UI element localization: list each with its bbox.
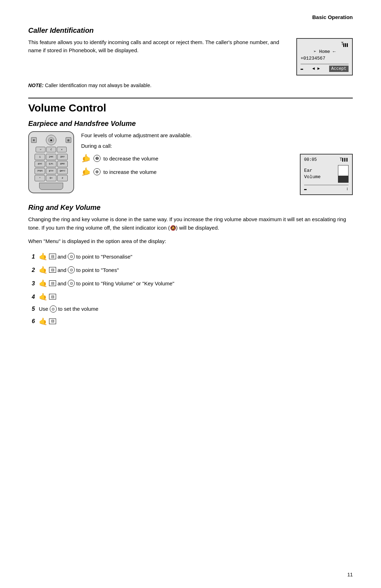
decrease-volume-row: 🤙 ⊖ to decrease the volume [81,154,293,163]
note-label: NOTE: [28,83,44,88]
menu-btn-2: ⊟ [49,267,56,273]
hand-icon-decrease: 🤙 [81,154,91,163]
device-icon-right: ▤ [66,137,71,143]
volume-screen-label: Ear Volume [304,168,321,180]
earpiece-right-content: Four levels of volume adjustment are ava… [81,131,353,195]
volume-control-title: Volume Control [28,98,353,114]
increase-text: to increase the volume [103,169,157,175]
step-6: 6 🤙 ⊟ [32,315,353,327]
volume-instructions-row: 🤙 ⊖ to decrease the volume 🤙 ⊕ to increa… [81,154,353,195]
device-icon-left: ⊞ [31,137,37,143]
ring-key-body2: When "Menu" is displayed in the option a… [28,237,353,245]
hand-icon-2: 🤙 [39,264,48,276]
ring-key-title: Ring and Key Volume [28,204,353,212]
hand-icon-increase: 🤙 [81,167,91,176]
caller-id-content: This feature allows you to identify inco… [28,38,353,75]
screen-number: +01234567 [301,56,349,61]
nav-circle-3: ⊙ [68,280,75,287]
menu-btn-1: ⊟ [49,254,56,259]
hand-icon-3: 🤙 [39,277,48,289]
volume-screen-bottom: ▬ ↕ [304,185,349,192]
device-key-c: C [46,147,56,152]
caller-id-body: This feature allows you to identify inco… [28,38,286,55]
nav-circle-1: ⊙ [68,253,75,260]
caller-id-title: Caller Identification [28,26,353,35]
menu-btn-6: ⊟ [49,319,56,324]
caller-id-phone-screen: T▌▌▌ ➢ Home ← +01234567 ▬ ◄ ► Accept [296,38,353,75]
note-body: Caller Identification may not always be … [44,83,152,88]
volume-bar [338,165,349,183]
device-numpad: 1 2ABC 3DEF 4GHI 5JKL 6MNO 7PQRS 8TUV 9W… [31,154,71,181]
step3-label: to point to "Ring Volume" or "Key Volume… [76,279,174,288]
vol-screen-battery: ▬ [304,187,307,192]
step-4: 4 🤙 ⊟ [32,291,353,303]
decrease-text: to decrease the volume [103,156,158,162]
volume-steps-list: 1 🤙 ⊟ and ⊙ to point to "Personalise" 2 … [28,250,353,327]
step-2: 2 🤙 ⊟ and ⊙ to point to "Tones" [32,264,353,276]
volume-screen: 00:05 T▌▌▌ Ear Volume ▬ ↕ [300,154,353,195]
screen-accept: Accept [329,66,349,72]
earpiece-title: Earpiece and Handsfree Volume [28,120,353,128]
signal-bars: T▌▌▌ [341,42,349,47]
volume-control-section: Volume Control Earpiece and Handsfree Vo… [28,98,353,327]
page-number: 11 [347,572,353,577]
device-key-end: ✕ [57,147,67,152]
header-title: Basic Operation [312,14,353,20]
minus-icon: ⊖ [93,155,101,162]
nav-circle-5: ⊙ [50,305,57,313]
earpiece-section: ⊞ ◉ ▤ ↩ C ✕ 1 2ABC 3DEF 4GHI 5JKL 6MNO 7… [28,131,353,195]
plus-icon: ⊕ [93,168,101,175]
volume-bar-fill [338,176,348,182]
hand-icon-1: 🤙 [39,250,48,262]
step2-text: and [58,266,66,275]
silent-icon: 🔕 [170,225,176,231]
screen-battery: ▬ [301,66,303,71]
device-key-back: ↩ [36,147,46,152]
ring-key-section: Ring and Key Volume Changing the ring an… [28,204,353,327]
step1-text: and [58,252,66,261]
caller-id-note: NOTE: Caller Identification may not alwa… [28,82,353,89]
step2-label: to point to "Tones" [76,266,119,275]
device-bottom [39,183,63,190]
step-5: 5 Use ⊙ to set the volume [32,304,353,314]
nav-circle-2: ⊙ [68,266,75,273]
phone-device-illustration: ⊞ ◉ ▤ ↩ C ✕ 1 2ABC 3DEF 4GHI 5JKL 6MNO 7… [28,131,74,193]
step5-use: Use [39,304,48,314]
during-call-label: During a call: [81,142,353,150]
page-header: Basic Operation [28,14,353,20]
step5-label: to set the volume [58,304,98,314]
menu-btn-4: ⊟ [49,294,56,299]
hand-icon-4: 🤙 [39,291,48,303]
menu-btn-3: ⊟ [49,280,56,286]
screen-arrows: ◄ ► [312,66,320,71]
vol-screen-arrows: ↕ [346,187,349,192]
step-3: 3 🤙 ⊟ and ⊙ to point to "Ring Volume" or… [32,277,353,289]
increase-volume-row: 🤙 ⊕ to increase the volume [81,167,293,176]
step1-label: to point to "Personalise" [76,252,132,261]
device-nav-circle: ◉ [46,135,56,145]
volume-screen-time: 00:05 [304,157,317,162]
step3-text: and [58,279,66,288]
screen-home-label: ➢ Home ← [301,49,349,54]
volume-screen-signal: T▌▌▌ [340,157,349,162]
ring-key-body1: Changing the ring and key volume is done… [28,215,353,232]
step-1: 1 🤙 ⊟ and ⊙ to point to "Personalise" [32,250,353,262]
hand-icon-6: 🤙 [39,315,48,327]
screen-bottom-bar: ▬ ◄ ► Accept [301,64,349,72]
volume-steps: 🤙 ⊖ to decrease the volume 🤙 ⊕ to increa… [81,154,293,176]
caller-id-section: Caller Identification This feature allow… [28,26,353,89]
earpiece-intro: Four levels of volume adjustment are ava… [81,131,353,140]
